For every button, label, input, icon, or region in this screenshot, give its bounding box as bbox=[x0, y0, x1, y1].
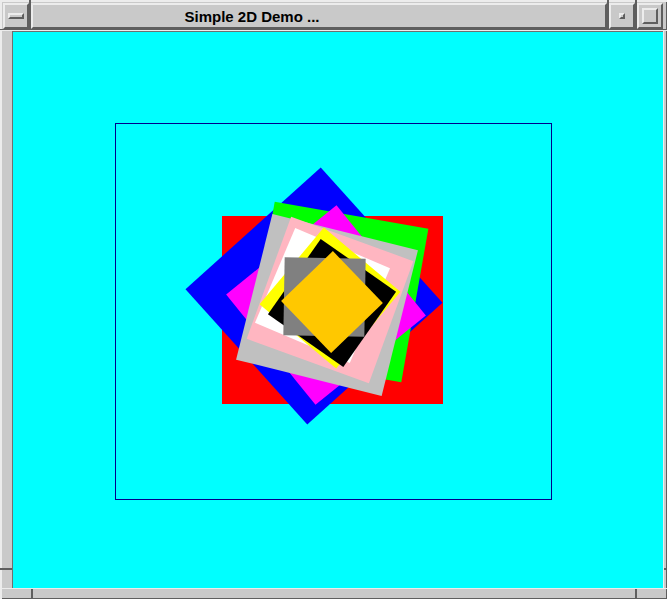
app-window: Simple 2D Demo ... bbox=[0, 0, 667, 599]
drawing-layer bbox=[0, 0, 667, 599]
screen: Simple 2D Demo ... bbox=[0, 0, 667, 599]
